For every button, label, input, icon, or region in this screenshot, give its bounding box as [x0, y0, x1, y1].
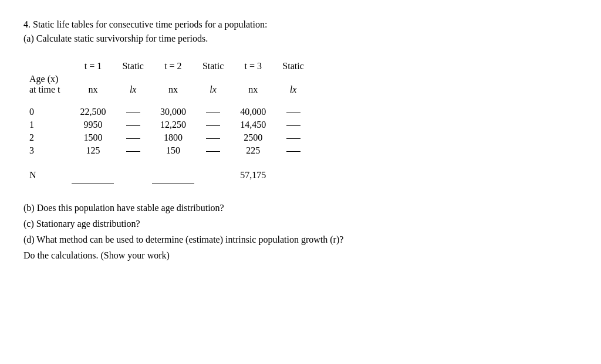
header-line1: 4. Static life tables for consecutive ti…	[23, 18, 578, 32]
questions-section: (b) Does this population have stable age…	[23, 200, 578, 264]
t1-nx-1: 9950	[72, 118, 114, 131]
data-row-0: 0 22,500 30,000 40,000	[29, 106, 312, 118]
t3-nx-3: 225	[232, 144, 274, 157]
t3-static-label: Static	[274, 60, 312, 73]
age-0: 0	[29, 106, 72, 118]
t2-static-label: Static	[194, 60, 232, 73]
t1-lx-2	[114, 131, 151, 144]
question-header: 4. Static life tables for consecutive ti…	[23, 18, 578, 46]
table-section: t = 1 Static t = 2 Static t = 3 Static A…	[23, 60, 578, 183]
age-3: 3	[29, 144, 72, 157]
question-d: (d) What method can be used to determine…	[23, 232, 578, 247]
n-row: N 57,175	[29, 165, 312, 183]
age-2: 2	[29, 131, 72, 144]
t1-nx-label: nx	[72, 73, 114, 97]
t2-nx-1: 12,250	[152, 118, 194, 131]
t1-nx-3: 125	[72, 144, 114, 157]
age-col-spacer	[29, 60, 72, 73]
t3-lx-1	[274, 118, 312, 131]
t3-nx-1: 14,450	[232, 118, 274, 131]
t1-nx-0: 22,500	[72, 106, 114, 118]
t1-nx-2: 1500	[72, 131, 114, 144]
question-b: (b) Does this population have stable age…	[23, 200, 578, 216]
t3-lx-3	[274, 144, 312, 157]
t3-lx-label: lx	[274, 73, 312, 97]
data-row-3: 3 125 150 225	[29, 144, 312, 157]
t2-lx-2	[194, 131, 232, 144]
t2-nx-label: nx	[152, 73, 194, 97]
t2-lx-1	[194, 118, 232, 131]
t2-label: t = 2	[152, 60, 194, 73]
t2-lx-0	[194, 106, 232, 118]
header-line2: (a) Calculate static survivorship for ti…	[23, 32, 578, 46]
t2-lx-label: lx	[194, 73, 232, 97]
n-t2-underline	[152, 165, 194, 183]
t1-label: t = 1	[72, 60, 114, 73]
t2-nx-0: 30,000	[152, 106, 194, 118]
t2-nx-2: 1800	[152, 131, 194, 144]
question-c: (c) Stationary age distribution?	[23, 216, 578, 232]
col-header-row: t = 1 Static t = 2 Static t = 3 Static	[29, 60, 312, 73]
spacer-row-2	[29, 157, 312, 165]
t1-lx-0	[114, 106, 151, 118]
age-x-label: Age (x) at time t	[29, 73, 72, 97]
t1-lx-label: lx	[114, 73, 151, 97]
age-1: 1	[29, 118, 72, 131]
n-t1-lx-empty	[114, 165, 151, 183]
spacer-row-1	[29, 97, 312, 106]
n-t2-lx-empty	[194, 165, 232, 183]
t3-nx-label: nx	[232, 73, 274, 97]
t3-lx-2	[274, 131, 312, 144]
n-t3-value: 57,175	[232, 165, 274, 183]
question-d-continued: Do the calculations. (Show your work)	[23, 247, 578, 263]
t3-nx-2: 2500	[232, 131, 274, 144]
n-t3-lx-empty	[274, 165, 312, 183]
subheader-row: Age (x) at time t nx lx nx lx nx lx	[29, 73, 312, 97]
t2-nx-3: 150	[152, 144, 194, 157]
data-row-2: 2 1500 1800 2500	[29, 131, 312, 144]
t3-lx-0	[274, 106, 312, 118]
t3-label: t = 3	[232, 60, 274, 73]
t3-nx-0: 40,000	[232, 106, 274, 118]
n-t1-underline	[72, 165, 114, 183]
life-table: t = 1 Static t = 2 Static t = 3 Static A…	[29, 60, 312, 183]
t1-lx-3	[114, 144, 151, 157]
t1-static-label: Static	[114, 60, 151, 73]
n-label: N	[29, 165, 72, 183]
t1-lx-1	[114, 118, 151, 131]
data-row-1: 1 9950 12,250 14,450	[29, 118, 312, 131]
t2-lx-3	[194, 144, 232, 157]
